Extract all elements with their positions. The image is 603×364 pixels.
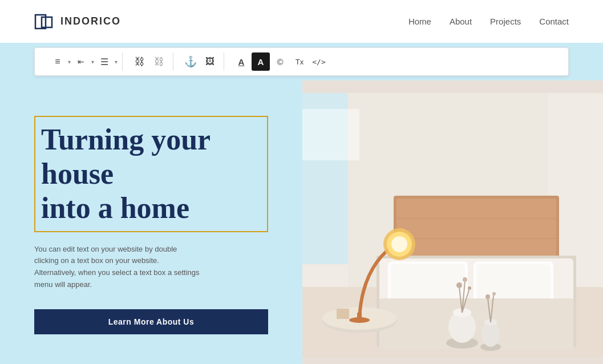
list-button[interactable]: ☰ xyxy=(95,52,114,71)
svg-rect-12 xyxy=(391,264,465,304)
svg-rect-39 xyxy=(337,309,349,319)
svg-point-32 xyxy=(463,277,467,282)
logo-icon xyxy=(34,11,55,32)
image-button[interactable]: 🖼 xyxy=(201,52,219,71)
indent-button[interactable]: ⇤ xyxy=(72,52,90,71)
list-dropdown[interactable]: ☰ ▾ xyxy=(95,52,118,71)
text-editor-toolbar: ≡ ▾ ⇤ ▾ ☰ ▾ ⛓ ⛓ ⚓ 🖼 A A © Tx </> xyxy=(34,47,569,76)
nav-about[interactable]: About xyxy=(450,17,472,26)
toolbar-group-align: ≡ ▾ ⇤ ▾ ☰ ▾ xyxy=(44,52,123,71)
toolbar-group-links: ⛓ ⛓ xyxy=(126,52,173,71)
text-color-button[interactable]: A xyxy=(232,52,250,71)
right-panel xyxy=(302,80,603,364)
special-char-button[interactable]: © xyxy=(271,52,289,71)
main-nav: Home About Projects Contact xyxy=(408,17,569,26)
align-button[interactable]: ≡ xyxy=(48,52,67,71)
svg-point-38 xyxy=(492,292,496,296)
main-content: Turning your house into a home You can e… xyxy=(0,80,603,364)
header: INDORICO Home About Projects Contact xyxy=(0,0,603,43)
nav-projects[interactable]: Projects xyxy=(490,17,521,26)
bg-color-button[interactable]: A xyxy=(252,52,270,71)
unlink-button[interactable]: ⛓ xyxy=(150,52,168,71)
svg-point-20 xyxy=(391,236,407,252)
svg-point-34 xyxy=(468,286,471,290)
clear-format-button[interactable]: Tx xyxy=(290,52,309,71)
svg-point-22 xyxy=(349,317,370,323)
link-button[interactable]: ⛓ xyxy=(131,52,149,71)
indent-dropdown[interactable]: ⇤ ▾ xyxy=(72,52,94,71)
hero-title: Turning your house into a home xyxy=(41,123,259,225)
svg-point-30 xyxy=(456,282,462,288)
indent-arrow: ▾ xyxy=(91,59,94,65)
overlay-square xyxy=(302,109,359,160)
align-dropdown[interactable]: ≡ ▾ xyxy=(48,52,71,71)
cta-button[interactable]: Learn More About Us xyxy=(34,309,268,334)
logo-text: INDORICO xyxy=(60,15,121,27)
svg-rect-1 xyxy=(42,17,52,27)
nav-home[interactable]: Home xyxy=(408,17,431,26)
toolbar-group-text-format: A A © Tx </> xyxy=(228,52,333,71)
hero-body: You can edit text on your website by dou… xyxy=(34,244,200,291)
anchor-button[interactable]: ⚓ xyxy=(181,52,200,71)
logo-area: INDORICO xyxy=(34,11,121,32)
hero-text-box[interactable]: Turning your house into a home xyxy=(34,116,268,232)
toolbar-group-insert: ⚓ 🖼 xyxy=(177,52,224,71)
left-panel: Turning your house into a home You can e… xyxy=(0,80,302,364)
list-arrow: ▾ xyxy=(115,59,118,65)
align-arrow: ▾ xyxy=(68,59,71,65)
code-button[interactable]: </> xyxy=(310,52,328,71)
nav-contact[interactable]: Contact xyxy=(539,17,569,26)
svg-point-36 xyxy=(485,294,490,299)
svg-rect-6 xyxy=(396,199,556,256)
